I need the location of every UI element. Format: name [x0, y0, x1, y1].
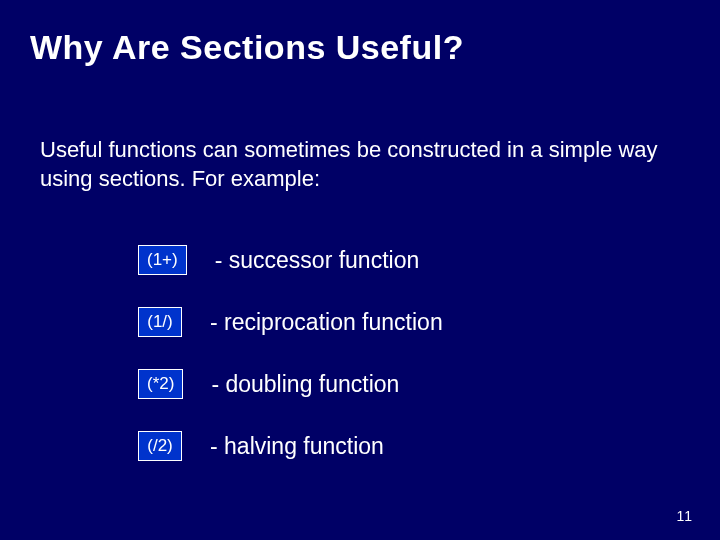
code-box: (1+) — [138, 245, 187, 275]
list-item: (1/) - reciprocation function — [138, 307, 443, 337]
item-description: - successor function — [215, 247, 420, 274]
code-box: (*2) — [138, 369, 183, 399]
list-item: (/2) - halving function — [138, 431, 443, 461]
list-item: (*2) - doubling function — [138, 369, 443, 399]
section-list: (1+) - successor function (1/) - recipro… — [138, 245, 443, 493]
code-box: (/2) — [138, 431, 182, 461]
slide-title: Why Are Sections Useful? — [30, 28, 464, 67]
slide-number: 11 — [676, 508, 692, 524]
item-description: - reciprocation function — [210, 309, 443, 336]
item-description: - doubling function — [211, 371, 399, 398]
list-item: (1+) - successor function — [138, 245, 443, 275]
intro-text: Useful functions can sometimes be constr… — [40, 136, 680, 193]
code-box: (1/) — [138, 307, 182, 337]
item-description: - halving function — [210, 433, 384, 460]
